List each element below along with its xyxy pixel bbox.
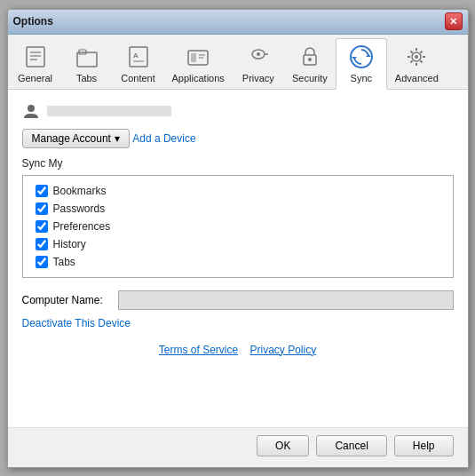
computer-name-row: Computer Name: [22,290,454,310]
tab-advanced-label: Advanced [395,73,439,83]
tabs-label: Tabs [53,256,75,268]
tab-privacy[interactable]: Privacy [233,38,284,89]
account-row [22,102,454,120]
title-bar: Options ✕ [8,10,468,35]
deactivate-link[interactable]: Deactivate This Device [22,317,131,329]
preferences-label: Preferences [53,220,111,233]
tab-bar: General Tabs A Content [8,35,468,90]
tab-applications[interactable]: Applications [164,38,233,89]
privacy-policy-link[interactable]: Privacy Policy [250,344,317,356]
svg-line-27 [411,51,413,52]
tab-sync-label: Sync [351,73,372,83]
tab-privacy-label: Privacy [242,73,274,83]
checkbox-row-history: History [36,238,440,250]
tab-security[interactable]: Security [284,38,336,89]
options-window: Options ✕ General T [7,9,469,468]
svg-marker-19 [366,54,371,57]
checkbox-row-bookmarks: Bookmarks [36,185,440,197]
tabs-icon [73,43,101,71]
tab-general[interactable]: General [10,38,61,89]
account-email-redacted [47,106,171,116]
content-icon: A [124,43,153,71]
add-device-link[interactable]: Add a Device [132,132,195,145]
dropdown-arrow-icon: ▾ [115,132,120,145]
svg-line-29 [421,51,423,52]
tab-advanced[interactable]: Advanced [387,38,447,89]
bookmarks-checkbox[interactable] [36,185,48,197]
manage-account-button[interactable]: Manage Account ▾ [22,129,130,148]
svg-rect-0 [27,47,44,67]
computer-name-label: Computer Name: [22,294,111,306]
tab-tabs-label: Tabs [76,73,97,83]
svg-rect-10 [191,53,196,62]
svg-text:A: A [133,52,139,60]
window-title: Options [13,15,53,28]
svg-point-14 [257,52,260,56]
manage-account-label: Manage Account [32,132,111,145]
help-button[interactable]: Help [394,435,454,456]
tab-tabs[interactable]: Tabs [61,38,113,89]
tab-content[interactable]: A Content [113,38,164,89]
ok-button[interactable]: OK [257,435,309,456]
tab-applications-label: Applications [172,73,225,83]
tab-general-label: General [18,73,52,83]
svg-point-22 [415,55,418,59]
preferences-checkbox[interactable] [36,220,48,233]
sync-items-box: Bookmarks Passwords Preferences History … [22,175,454,278]
passwords-checkbox[interactable] [36,202,48,215]
general-icon [21,43,50,71]
passwords-label: Passwords [53,202,106,215]
svg-line-30 [411,60,413,62]
svg-point-17 [308,58,312,61]
bookmarks-label: Bookmarks [53,185,107,197]
computer-name-input[interactable] [118,290,454,310]
cancel-button[interactable]: Cancel [316,435,386,456]
account-icon [22,102,40,120]
svg-point-31 [28,105,35,112]
sync-my-label: Sync My [22,157,454,170]
tab-sync[interactable]: Sync [336,38,387,90]
tab-content-label: Content [121,73,155,83]
svg-marker-20 [352,57,357,60]
history-checkbox[interactable] [36,238,48,250]
svg-rect-6 [130,47,147,67]
security-icon [296,43,324,71]
button-row: OK Cancel Help [8,427,468,467]
close-button[interactable]: ✕ [445,12,463,30]
checkbox-row-tabs: Tabs [36,256,440,268]
footer-links: Terms of Service Privacy Policy [22,344,454,356]
tab-security-label: Security [292,73,328,83]
tabs-checkbox[interactable] [36,256,48,268]
advanced-icon [402,43,431,71]
sync-content: Manage Account ▾ Add a Device Sync My Bo… [8,90,468,427]
privacy-icon [244,43,273,71]
checkbox-row-passwords: Passwords [36,202,440,215]
svg-line-28 [421,60,423,62]
sync-icon [347,43,376,71]
checkbox-row-preferences: Preferences [36,220,440,233]
applications-icon [184,43,212,71]
history-label: History [53,238,86,250]
terms-of-service-link[interactable]: Terms of Service [159,344,238,356]
